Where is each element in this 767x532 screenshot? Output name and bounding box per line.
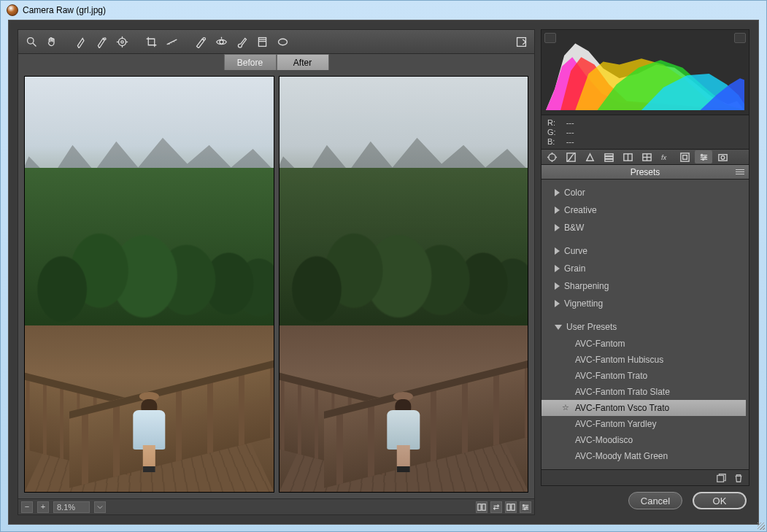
svg-point-4 (120, 40, 123, 42)
ok-button[interactable]: OK (693, 492, 747, 509)
split-tone-tab-icon[interactable] (619, 150, 636, 163)
preset-label: AVC-Fantom Trato Slate (575, 387, 670, 397)
favorite-star-icon[interactable]: ☆ (562, 403, 569, 412)
preset-item[interactable]: AVC-Moodisco (541, 432, 746, 448)
basic-tab-icon[interactable] (543, 150, 560, 163)
titlebar[interactable]: Camera Raw (grl.jpg) (1, 1, 766, 20)
preview-after[interactable] (279, 76, 529, 493)
open-preferences-icon[interactable] (512, 33, 530, 50)
svg-point-24 (523, 504, 525, 506)
svg-line-1 (33, 43, 36, 46)
spot-removal-tool-icon[interactable] (192, 33, 209, 50)
swap-views-icon[interactable] (490, 501, 502, 513)
svg-point-26 (524, 508, 525, 509)
b-label: B: (547, 137, 556, 146)
new-preset-icon[interactable] (715, 472, 727, 484)
toggle-panel-icon[interactable] (520, 501, 531, 513)
hsl-tab-icon[interactable] (600, 150, 617, 163)
preset-label: AVC-Moodisco (575, 435, 633, 445)
tab-after[interactable]: After (277, 54, 329, 70)
crop-tool-icon[interactable] (142, 33, 160, 50)
svg-point-50 (701, 154, 702, 155)
rgb-readout: R: G: B: --- --- --- (541, 115, 749, 149)
g-value: --- (566, 128, 574, 136)
calibration-tab-icon[interactable] (676, 150, 693, 163)
lens-tab-icon[interactable] (638, 150, 655, 163)
color-sampler-tool-icon[interactable] (93, 33, 110, 50)
preset-item[interactable]: AVC-Fantom Trato Slate (541, 384, 746, 400)
preset-item[interactable]: AVC-Moody Matt Green (541, 448, 746, 464)
svg-rect-17 (478, 504, 481, 510)
preset-label: AVC-Fantom Yardley (575, 419, 656, 429)
compare-mode-icon[interactable] (476, 501, 487, 513)
right-panel: R: G: B: --- --- --- fx Presets ColorCre… (541, 29, 749, 515)
cancel-button[interactable]: Cancel (628, 492, 682, 509)
tab-before[interactable]: Before (224, 54, 277, 70)
svg-point-34 (548, 153, 555, 160)
preset-label: AVC-Fantom Hubiscus (575, 355, 663, 365)
app-icon (7, 4, 18, 16)
zoom-out-button[interactable]: − (21, 501, 33, 513)
resize-grip[interactable] (755, 520, 766, 531)
preset-group-label: User Presets (566, 322, 617, 332)
detail-tab-icon[interactable] (581, 150, 598, 163)
adjustment-brush-tool-icon[interactable] (233, 33, 250, 50)
b-value: --- (566, 137, 574, 146)
delete-preset-icon[interactable] (733, 472, 744, 484)
preset-group[interactable]: Grain (541, 260, 746, 277)
zoom-tool-icon[interactable] (23, 33, 40, 50)
dialog-buttons: Cancel OK (541, 486, 749, 515)
preset-group[interactable]: Color (541, 184, 746, 201)
histogram[interactable] (541, 29, 749, 115)
tone-curve-tab-icon[interactable] (562, 150, 579, 163)
preset-group-user[interactable]: User Presets (541, 318, 746, 336)
red-eye-tool-icon[interactable] (212, 33, 230, 50)
status-bar: − + 8.1% (18, 499, 535, 515)
preset-group[interactable]: Creative (541, 201, 746, 219)
graduated-filter-tool-icon[interactable] (253, 33, 271, 50)
svg-rect-19 (507, 504, 510, 510)
svg-rect-38 (604, 159, 612, 161)
white-balance-tool-icon[interactable] (72, 33, 90, 50)
straighten-tool-icon[interactable] (163, 33, 180, 50)
zoom-level[interactable]: 8.1% (53, 501, 90, 513)
zoom-menu-button[interactable] (94, 501, 106, 513)
svg-rect-16 (517, 37, 525, 46)
adjust-tabs: fx (541, 149, 749, 165)
presets-tab-icon[interactable] (695, 150, 712, 163)
panel-menu-icon[interactable] (734, 167, 746, 177)
snapshots-tab-icon[interactable] (714, 150, 731, 163)
preset-group-label: Color (564, 188, 585, 198)
preset-item[interactable]: AVC-Fantom Trato (541, 368, 746, 384)
zoom-in-button[interactable]: + (37, 501, 49, 513)
svg-point-52 (702, 158, 704, 160)
panel-title: Presets (631, 167, 660, 177)
hand-tool-icon[interactable] (43, 33, 61, 50)
preset-group-label: B&W (564, 223, 584, 233)
target-adjust-tool-icon[interactable] (113, 33, 131, 50)
preview-column: Before After (18, 29, 535, 515)
client-area: Before After (8, 20, 759, 525)
preset-item[interactable]: AVC-Fantom (541, 336, 746, 352)
preset-group[interactable]: Sharpening (541, 277, 746, 295)
r-value: --- (566, 118, 574, 127)
preview-before[interactable] (24, 76, 274, 493)
window-title: Camera Raw (grl.jpg) (23, 5, 106, 15)
preset-item[interactable]: ☆AVC-Fantom Vsco Trato (541, 400, 746, 416)
copy-settings-icon[interactable] (505, 501, 517, 513)
preset-item[interactable]: AVC-Fantom Yardley (541, 416, 746, 432)
preset-list[interactable]: ColorCreativeB&WCurveGrainSharpeningVign… (541, 180, 749, 470)
svg-rect-46 (682, 155, 687, 159)
preset-group[interactable]: Curve (541, 242, 746, 260)
preset-group-label: Sharpening (564, 281, 609, 291)
svg-point-9 (203, 37, 205, 39)
svg-point-3 (118, 38, 126, 45)
fx-tab-icon[interactable]: fx (657, 150, 674, 163)
svg-point-2 (104, 37, 106, 39)
preset-item[interactable]: AVC-Fantom Hubiscus (541, 352, 746, 368)
compare-tabs: Before After (18, 54, 535, 70)
preset-group[interactable]: B&W (541, 219, 746, 236)
radial-filter-tool-icon[interactable] (274, 33, 291, 50)
preset-label: AVC-Fantom Trato (575, 371, 647, 381)
preset-group[interactable]: Vignetting (541, 295, 746, 312)
